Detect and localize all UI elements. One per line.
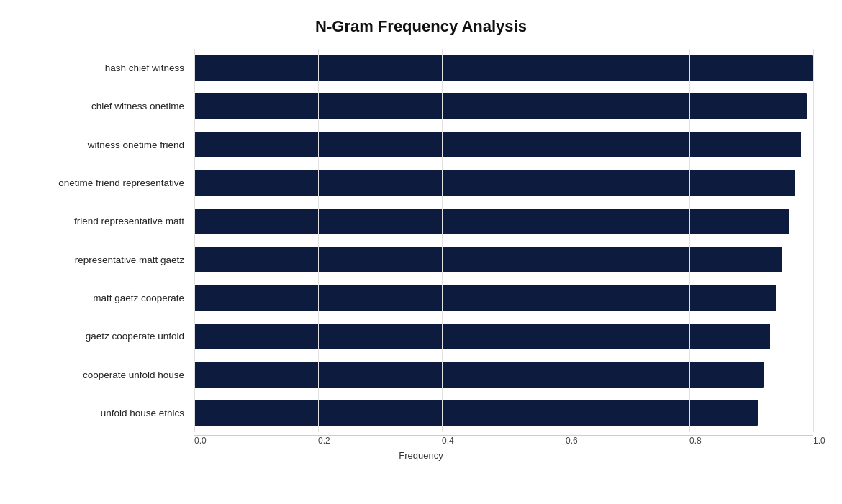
bar-label: onetime friend representative — [29, 178, 194, 188]
bar-row: friend representative matt — [29, 202, 813, 240]
bar-label: cooperate unfold house — [29, 370, 194, 380]
bar-track — [194, 126, 813, 164]
bar-row: chief witness onetime — [29, 87, 813, 125]
x-tick: 0.4 — [442, 436, 566, 446]
bar — [194, 324, 770, 349]
bar-label: representative matt gaetz — [29, 255, 194, 265]
bar-row: matt gaetz cooperate — [29, 279, 813, 317]
bar — [194, 400, 758, 426]
bar-label: matt gaetz cooperate — [29, 293, 194, 303]
x-tick: 0.2 — [318, 436, 442, 446]
bar-track — [194, 279, 813, 317]
x-tick: 0.8 — [689, 436, 813, 446]
x-tick: 0.6 — [566, 436, 689, 446]
bar-track — [194, 87, 813, 125]
bar-track — [194, 164, 813, 202]
bar-track — [194, 394, 813, 432]
chart-container: N-Gram Frequency Analysis hash chief wit… — [0, 0, 842, 504]
bar — [194, 93, 807, 119]
bar-row: gaetz cooperate unfold — [29, 317, 813, 355]
bar-label: gaetz cooperate unfold — [29, 331, 194, 342]
bar-track — [194, 240, 813, 278]
chart-title: N-Gram Frequency Analysis — [315, 17, 527, 36]
x-tick: 0.0 — [194, 436, 318, 446]
x-axis-area: 0.00.20.40.60.81.0 Frequency — [29, 435, 813, 461]
bar-label: hash chief witness — [29, 63, 194, 73]
bar-track — [194, 317, 813, 355]
bar-row: witness onetime friend — [29, 126, 813, 164]
bar — [194, 285, 776, 311]
bar — [194, 209, 789, 234]
bar — [194, 247, 782, 272]
bar-row: cooperate unfold house — [29, 355, 813, 393]
bar-track — [194, 202, 813, 240]
bar — [194, 170, 795, 196]
bar-label: witness onetime friend — [29, 139, 194, 150]
bar-label: unfold house ethics — [29, 408, 194, 418]
chart-area: hash chief witnesschief witness onetimew… — [29, 49, 813, 432]
bar-row: unfold house ethics — [29, 394, 813, 432]
bar-track — [194, 49, 813, 87]
bar-row: hash chief witness — [29, 49, 813, 87]
bar-row: onetime friend representative — [29, 164, 813, 202]
bar-label: chief witness onetime — [29, 101, 194, 111]
bar — [194, 55, 813, 81]
bar-row: representative matt gaetz — [29, 240, 813, 278]
bar-label: friend representative matt — [29, 216, 194, 226]
x-axis-ticks: 0.00.20.40.60.81.0 — [194, 436, 813, 446]
bar — [194, 362, 764, 388]
bar-track — [194, 355, 813, 393]
bar — [194, 132, 801, 157]
x-axis-label: Frequency — [29, 450, 813, 461]
grid-line — [813, 49, 814, 432]
